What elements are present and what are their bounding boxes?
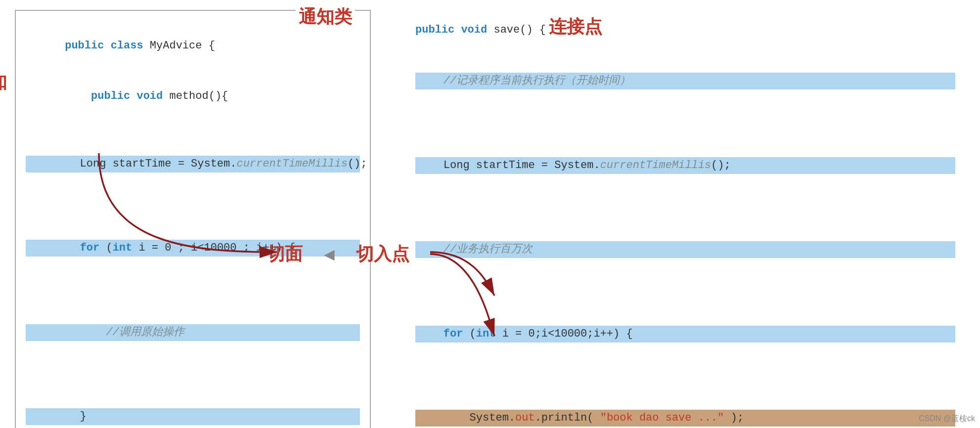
left-line3: //调用原始操作 [26, 291, 360, 375]
save-line3: System.out.println( "book dao save ..." … [415, 376, 955, 428]
label-tongzhi-lei: 通知类 [296, 5, 355, 29]
left-line4: } [26, 375, 360, 428]
save-comment1: //记录程序当前执行执行（开始时间） [415, 39, 955, 123]
right-panel: public void save() { 连接点 //记录程序当前执行执行（开始… [401, 10, 965, 428]
bottom-labels: 切面 ◄ 切入点 [267, 242, 409, 266]
main-container: 通知类 通知 public class MyAdvice { public vo… [0, 0, 980, 428]
left-line1: Long startTime = System.currentTimeMilli… [26, 122, 360, 206]
left-panel: 通知类 通知 public class MyAdvice { public vo… [15, 10, 371, 428]
label-qieru-dian: 切入点 [356, 242, 409, 266]
save-line2: for (int i = 0;i<10000;i++) { [415, 292, 955, 376]
label-qiemian: 切面 [267, 242, 303, 266]
label-jiedian-save: 连接点 [549, 15, 602, 39]
save-method-header: public void save() { 连接点 [415, 15, 955, 39]
label-tongzhi: 通知 [0, 70, 7, 94]
right-code-container: public void save() { 连接点 //记录程序当前执行执行（开始… [410, 15, 955, 428]
watermark: CSDN @蓝桉ck [919, 414, 975, 424]
save-line1: Long startTime = System.currentTimeMilli… [415, 123, 955, 207]
left-method-header: public void method(){ [26, 71, 360, 122]
save-comment2: //业务执行百万次 [415, 208, 955, 292]
